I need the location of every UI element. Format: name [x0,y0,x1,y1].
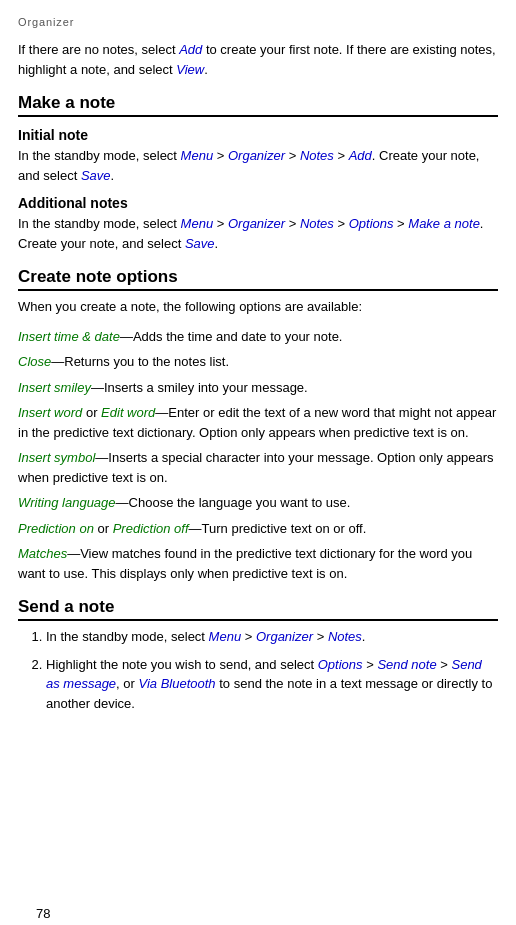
step1-period: . [362,629,366,644]
option-insert-symbol: Insert symbol—Inserts a special characte… [18,448,498,487]
create-options-heading: Create note options [18,267,498,291]
create-options-intro: When you create a note, the following op… [18,297,498,317]
an-period: . [215,236,219,251]
option-desc-7: View matches found in the predictive tex… [18,546,472,581]
option-term-insert-smiley: Insert smiley [18,380,91,395]
an-gt3: > [334,216,349,231]
in-gt2: > [285,148,300,163]
option-term-close: Close [18,354,51,369]
in-add-link: Add [349,148,372,163]
option-insert-time: Insert time & date—Adds the time and dat… [18,327,498,347]
intro-view-link: View [176,62,204,77]
option-desc-1: Returns you to the notes list. [64,354,229,369]
option-term-prediction-off: Prediction off [113,521,189,536]
send-note-step-2: Highlight the note you wish to send, and… [46,655,498,714]
an-save-link: Save [185,236,215,251]
option-term-insert-word: Insert word [18,405,82,420]
additional-notes-subheading: Additional notes [18,195,498,211]
an-gt4: > [393,216,408,231]
send-note-step-1: In the standby mode, select Menu > Organ… [46,627,498,647]
option-dash-7: — [67,546,80,561]
intro-add-link: Add [179,42,202,57]
option-dash-0: — [120,329,133,344]
step1-text-before: In the standby mode, select [46,629,209,644]
step1-notes-link: Notes [328,629,362,644]
in-save-link: Save [81,168,111,183]
option-term-insert-symbol: Insert symbol [18,450,95,465]
step1-gt2: > [313,629,328,644]
step2-connector: , or [116,676,138,691]
option-desc-6: Turn predictive text on or off. [202,521,367,536]
option-term-matches: Matches [18,546,67,561]
option-term-writing-language: Writing language [18,495,116,510]
page-wrapper: Organizer If there are no notes, select … [18,10,498,925]
in-menu-link: Menu [181,148,214,163]
step2-send-note-link: Send note [377,657,436,672]
in-gt3: > [334,148,349,163]
option-close: Close—Returns you to the notes list. [18,352,498,372]
in-text-before: In the standby mode, select [18,148,181,163]
option-dash-6: — [189,521,202,536]
in-organizer-link: Organizer [228,148,285,163]
send-note-steps: In the standby mode, select Menu > Organ… [18,627,498,713]
make-note-heading: Make a note [18,93,498,117]
option-dash-2: — [91,380,104,395]
initial-note-subheading: Initial note [18,127,498,143]
option-dash-3: — [155,405,168,420]
step1-gt1: > [241,629,256,644]
step2-options-link: Options [318,657,363,672]
in-period: . [111,168,115,183]
intro-text-end: . [204,62,208,77]
an-make-note-link: Make a note [408,216,480,231]
step2-via-bt-link: Via Bluetooth [139,676,216,691]
option-dash-5: — [116,495,129,510]
page-number: 78 [36,906,50,921]
option-insert-smiley: Insert smiley—Inserts a smiley into your… [18,378,498,398]
an-gt1: > [213,216,228,231]
page-header: Organizer [18,10,498,28]
option-insert-word: Insert word or Edit word—Enter or edit t… [18,403,498,442]
option-connector-6: or [94,521,113,536]
an-text-before: In the standby mode, select [18,216,181,231]
option-desc-2: Inserts a smiley into your message. [104,380,308,395]
an-menu-link: Menu [181,216,214,231]
in-gt1: > [213,148,228,163]
option-connector-3: or [82,405,101,420]
option-prediction: Prediction on or Prediction off—Turn pre… [18,519,498,539]
initial-note-paragraph: In the standby mode, select Menu > Organ… [18,146,498,185]
step2-text-before: Highlight the note you wish to send, and… [46,657,318,672]
option-desc-0: Adds the time and date to your note. [133,329,343,344]
step1-menu-link: Menu [209,629,242,644]
an-notes-link: Notes [300,216,334,231]
option-writing-language: Writing language—Choose the language you… [18,493,498,513]
intro-text-before: If there are no notes, select [18,42,179,57]
an-gt2: > [285,216,300,231]
option-term-insert-time: Insert time & date [18,329,120,344]
option-term-edit-word: Edit word [101,405,155,420]
intro-paragraph: If there are no notes, select Add to cre… [18,40,498,79]
option-dash-1: — [51,354,64,369]
step1-organizer-link: Organizer [256,629,313,644]
send-note-heading: Send a note [18,597,498,621]
in-notes-link: Notes [300,148,334,163]
an-organizer-link: Organizer [228,216,285,231]
option-desc-5: Choose the language you want to use. [129,495,351,510]
step2-gt1: > [363,657,378,672]
additional-notes-paragraph: In the standby mode, select Menu > Organ… [18,214,498,253]
an-options-link: Options [349,216,394,231]
option-dash-4: — [95,450,108,465]
option-term-prediction-on: Prediction on [18,521,94,536]
option-matches: Matches—View matches found in the predic… [18,544,498,583]
step2-gt2: > [437,657,452,672]
